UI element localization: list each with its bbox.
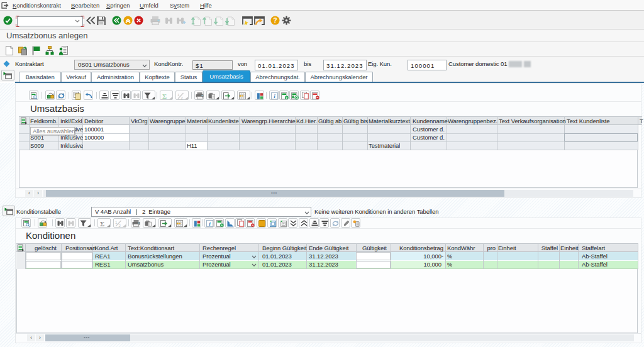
svg-text:?: ?: [273, 16, 277, 24]
svg-text:Σ: Σ: [100, 220, 104, 228]
svg-text:2: 2: [119, 224, 121, 228]
svg-text:1: 1: [177, 93, 180, 97]
svg-text:Σ: Σ: [162, 92, 167, 100]
svg-text:1: 1: [115, 221, 118, 224]
svg-text:2: 2: [181, 96, 184, 100]
